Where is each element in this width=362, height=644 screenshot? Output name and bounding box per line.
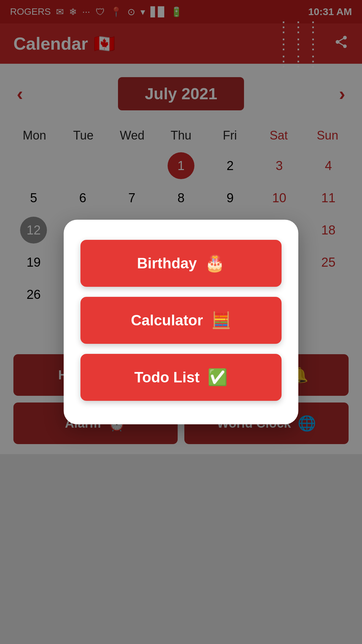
modal-overlay[interactable]: Birthday🎂Calculator🧮Todo List✅ — [0, 0, 362, 644]
modal-btn-label-0: Birthday — [137, 255, 197, 272]
modal-btn-label-1: Calculator — [131, 312, 203, 329]
modal-btn-icon-0: 🎂 — [205, 254, 225, 273]
modal-btn-icon-2: ✅ — [207, 368, 228, 387]
modal-btn-icon-1: 🧮 — [211, 311, 231, 330]
feature-modal: Birthday🎂Calculator🧮Todo List✅ — [64, 220, 298, 424]
modal-btn-label-2: Todo List — [134, 369, 200, 386]
modal-btn-calculator[interactable]: Calculator🧮 — [80, 297, 282, 344]
modal-btn-birthday[interactable]: Birthday🎂 — [80, 240, 282, 287]
modal-btn-todo-list[interactable]: Todo List✅ — [80, 354, 282, 401]
